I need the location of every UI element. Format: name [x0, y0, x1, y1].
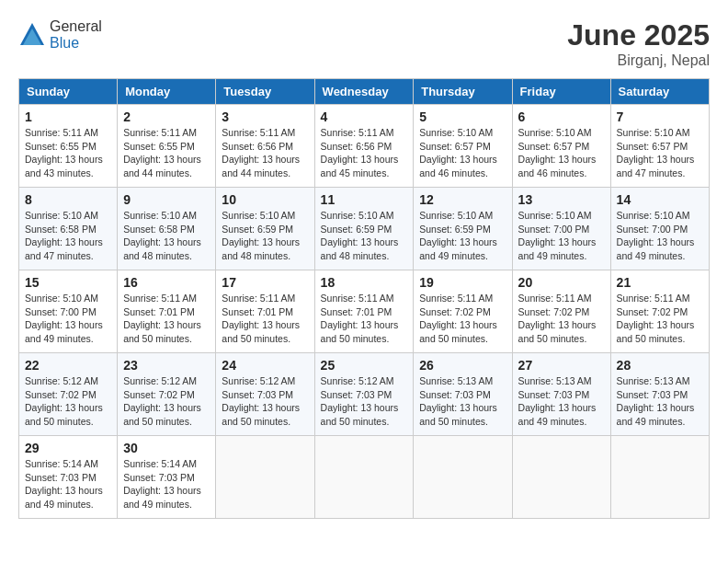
empty-cell-5: [610, 436, 709, 519]
month-year-title: June 2025: [567, 18, 710, 52]
day-4: 4 Sunrise: 5:11 AMSunset: 6:56 PMDayligh…: [314, 105, 414, 188]
title-block: June 2025 Birganj, Nepal: [567, 18, 710, 69]
day-5: 5 Sunrise: 5:10 AMSunset: 6:57 PMDayligh…: [414, 105, 512, 188]
day-30: 30 Sunrise: 5:14 AMSunset: 7:03 PMDaylig…: [118, 436, 216, 519]
day-16: 16 Sunrise: 5:11 AMSunset: 7:01 PMDaylig…: [118, 270, 216, 353]
day-21: 21 Sunrise: 5:11 AMSunset: 7:02 PMDaylig…: [610, 270, 709, 353]
col-friday: Friday: [512, 79, 610, 105]
day-14: 14 Sunrise: 5:10 AMSunset: 7:00 PMDaylig…: [610, 188, 709, 270]
day-11: 11 Sunrise: 5:10 AMSunset: 6:59 PMDaylig…: [314, 188, 414, 270]
week-row-5: 29 Sunrise: 5:14 AMSunset: 7:03 PMDaylig…: [19, 436, 710, 519]
day-26: 26 Sunrise: 5:13 AMSunset: 7:03 PMDaylig…: [414, 353, 512, 436]
page-header: General Blue June 2025 Birganj, Nepal: [18, 18, 710, 69]
logo-blue-text: Blue: [50, 35, 79, 51]
day-25: 25 Sunrise: 5:12 AMSunset: 7:03 PMDaylig…: [314, 353, 414, 436]
week-row-1: 1 Sunrise: 5:11 AMSunset: 6:55 PMDayligh…: [19, 105, 710, 188]
empty-cell-3: [414, 436, 512, 519]
day-22: 22 Sunrise: 5:12 AMSunset: 7:02 PMDaylig…: [19, 353, 118, 436]
day-10: 10 Sunrise: 5:10 AMSunset: 6:59 PMDaylig…: [216, 188, 314, 270]
col-monday: Monday: [118, 79, 216, 105]
week-row-2: 8 Sunrise: 5:10 AMSunset: 6:58 PMDayligh…: [19, 188, 710, 270]
day-7: 7 Sunrise: 5:10 AMSunset: 6:57 PMDayligh…: [610, 105, 709, 188]
calendar-header-row: Sunday Monday Tuesday Wednesday Thursday…: [19, 79, 710, 105]
day-8: 8 Sunrise: 5:10 AMSunset: 6:58 PMDayligh…: [19, 188, 118, 270]
day-28: 28 Sunrise: 5:13 AMSunset: 7:03 PMDaylig…: [610, 353, 709, 436]
col-saturday: Saturday: [610, 79, 709, 105]
empty-cell-1: [216, 436, 314, 519]
day-13: 13 Sunrise: 5:10 AMSunset: 7:00 PMDaylig…: [512, 188, 610, 270]
day-23: 23 Sunrise: 5:12 AMSunset: 7:02 PMDaylig…: [118, 353, 216, 436]
col-thursday: Thursday: [414, 79, 512, 105]
col-sunday: Sunday: [19, 79, 118, 105]
col-tuesday: Tuesday: [216, 79, 314, 105]
calendar-table: Sunday Monday Tuesday Wednesday Thursday…: [18, 78, 710, 519]
day-2: 2 Sunrise: 5:11 AMSunset: 6:55 PMDayligh…: [118, 105, 216, 188]
logo-general-text: General: [50, 18, 102, 34]
day-6: 6 Sunrise: 5:10 AMSunset: 6:57 PMDayligh…: [512, 105, 610, 188]
day-27: 27 Sunrise: 5:13 AMSunset: 7:03 PMDaylig…: [512, 353, 610, 436]
day-3: 3 Sunrise: 5:11 AMSunset: 6:56 PMDayligh…: [216, 105, 314, 188]
empty-cell-2: [314, 436, 414, 519]
day-24: 24 Sunrise: 5:12 AMSunset: 7:03 PMDaylig…: [216, 353, 314, 436]
week-row-4: 22 Sunrise: 5:12 AMSunset: 7:02 PMDaylig…: [19, 353, 710, 436]
week-row-3: 15 Sunrise: 5:10 AMSunset: 7:00 PMDaylig…: [19, 270, 710, 353]
day-15: 15 Sunrise: 5:10 AMSunset: 7:00 PMDaylig…: [19, 270, 118, 353]
day-9: 9 Sunrise: 5:10 AMSunset: 6:58 PMDayligh…: [118, 188, 216, 270]
logo: General Blue: [18, 18, 102, 52]
day-29: 29 Sunrise: 5:14 AMSunset: 7:03 PMDaylig…: [19, 436, 118, 519]
day-18: 18 Sunrise: 5:11 AMSunset: 7:01 PMDaylig…: [314, 270, 414, 353]
day-19: 19 Sunrise: 5:11 AMSunset: 7:02 PMDaylig…: [414, 270, 512, 353]
col-wednesday: Wednesday: [314, 79, 414, 105]
logo-icon: [18, 21, 46, 49]
day-1: 1 Sunrise: 5:11 AMSunset: 6:55 PMDayligh…: [19, 105, 118, 188]
empty-cell-4: [512, 436, 610, 519]
location-subtitle: Birganj, Nepal: [567, 52, 710, 69]
day-12: 12 Sunrise: 5:10 AMSunset: 6:59 PMDaylig…: [414, 188, 512, 270]
day-20: 20 Sunrise: 5:11 AMSunset: 7:02 PMDaylig…: [512, 270, 610, 353]
day-17: 17 Sunrise: 5:11 AMSunset: 7:01 PMDaylig…: [216, 270, 314, 353]
